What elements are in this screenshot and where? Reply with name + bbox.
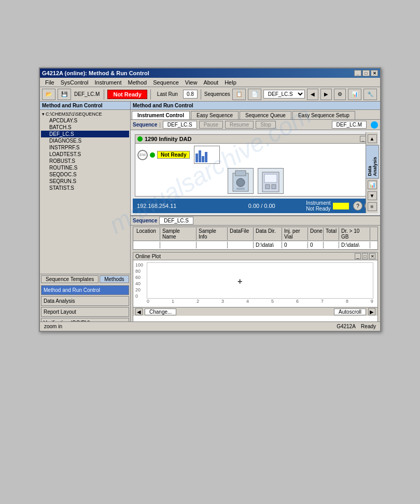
menu-about[interactable]: About [200, 78, 221, 87]
menu-file[interactable]: File [42, 78, 58, 87]
toolbar-icon-1[interactable]: 📂 [42, 89, 55, 100]
tree-item-apcdlay[interactable]: APCDLAY.S [41, 117, 129, 124]
sequences-nav-1[interactable]: ◀ [307, 89, 318, 100]
instrument-name: 1290 Infinity DAD [145, 136, 191, 142]
plot-maximize[interactable]: □ [362, 253, 368, 259]
sequences-dropdown[interactable]: DEF_LC.S [263, 90, 305, 99]
sequences-icon-3[interactable]: ⚙ [334, 89, 346, 100]
status-right-label: G4212A [337, 324, 355, 329]
instrument-card-body: EM Not Ready [135, 144, 375, 166]
svg-rect-7 [272, 185, 276, 189]
plot-scroll-left[interactable]: ◀ [135, 308, 143, 315]
sequence-section: Sequence DEF_LC.S Location Sample Name S… [131, 216, 380, 251]
nav-data-analysis[interactable]: Data Analysis [41, 296, 129, 306]
status-indicator [371, 121, 378, 129]
plot-autoscroll-button[interactable]: Autoscroll [334, 309, 366, 315]
plot-minimize[interactable]: _ [355, 253, 361, 259]
y-label-60: 60 [135, 275, 146, 280]
tree-root-label: C:\CHEM32\1\SEQUENCE [46, 111, 102, 117]
em-circle: EM [137, 150, 148, 160]
menu-method[interactable]: Method [125, 78, 150, 87]
tab-sequence-queue[interactable]: Sequence Queue [240, 111, 291, 119]
last-run-label: Last Run [154, 90, 181, 98]
tree-item-seqrun[interactable]: SEQRUN.S [41, 178, 129, 185]
online-plot: Online Plot _ □ ✕ 100 80 60 40 [133, 252, 378, 329]
mini-chart [194, 146, 220, 164]
x-label-7: 7 [321, 299, 324, 304]
menu-bar: File SysControl Instrument Method Sequen… [40, 78, 380, 87]
help-icon-button[interactable]: ? [353, 201, 362, 211]
menu-instrument[interactable]: Instrument [92, 78, 125, 87]
left-panel: Method and Run Control ▾ C:\CHEM32\1\SEQ… [40, 102, 131, 330]
tree-item-batch[interactable]: BATCH.S [41, 124, 129, 131]
seq-stop-button[interactable]: Stop [256, 121, 276, 129]
seq-section-file[interactable]: DEF_LC.S [159, 217, 193, 225]
col-total: Total [324, 228, 339, 240]
sequences-icon-4[interactable]: 📊 [348, 89, 361, 100]
instrument-control-area: 1290 Infinity DAD _ ✕ EM [131, 130, 380, 216]
maximize-button[interactable]: □ [362, 70, 370, 76]
da-down-button[interactable]: ▼ [368, 191, 377, 200]
y-label-20: 20 [135, 287, 146, 292]
sequence-toolbar-label: Sequence [133, 122, 157, 128]
sequence-file-tab[interactable]: DEF_LC.S [163, 121, 197, 129]
tree-item-diagnose[interactable]: DIAGNOSE.S [41, 137, 129, 144]
table-row[interactable]: D:\data\ 0 0 D:\data\ [133, 241, 377, 249]
menu-sequence[interactable]: Sequence [150, 78, 182, 87]
cell-sample-info [197, 242, 228, 248]
menu-syscontrol[interactable]: SysControl [58, 78, 92, 87]
x-label-2: 2 [197, 299, 199, 304]
x-label-5: 5 [271, 299, 274, 304]
plot-canvas: 100 80 60 40 20 0 + [135, 262, 375, 304]
tab-easy-sequence-setup[interactable]: Easy Sequence Setup [292, 111, 355, 119]
cell-data-dir: D:\data\ [254, 242, 282, 248]
online-plot-label: Online Plot [135, 254, 161, 259]
tree-item-statist[interactable]: STATIST.S [41, 185, 129, 191]
plot-bottom-bar: ◀ Change... Autoscroll ▶ [133, 307, 377, 316]
sequences-icon-1[interactable]: 📋 [232, 89, 246, 100]
minimize-button[interactable]: _ [354, 70, 361, 76]
da-up-button[interactable]: ▲ [368, 134, 377, 143]
da-menu-button[interactable]: ≡ [368, 202, 377, 211]
nav-report-layout[interactable]: Report Layout [41, 307, 129, 317]
menu-view[interactable]: View [182, 78, 201, 87]
tree-item-robust[interactable]: ROBUST.S [41, 158, 129, 164]
data-analysis-panel: ▲ Data Analysis 📊 ▼ ≡ [366, 132, 378, 213]
def-lc-m-tab[interactable]: DEF_LC.M [332, 121, 367, 129]
nav-method-run-control[interactable]: Method and Run Control [41, 285, 129, 295]
method-label: DEF_LC.M [73, 91, 101, 97]
tree-item-deflc[interactable]: DEF_LC.S [41, 131, 129, 137]
tree-item-routine[interactable]: ROUTINE.S [41, 164, 129, 171]
y-axis-labels: 100 80 60 40 20 0 [135, 262, 146, 299]
col-done: Done [308, 228, 324, 240]
sequences-icon-2[interactable]: 📄 [248, 89, 261, 100]
cell-done: 0 [308, 242, 324, 248]
menu-help[interactable]: Help [221, 78, 240, 87]
close-button[interactable]: ✕ [371, 70, 378, 76]
tab-easy-sequence[interactable]: Easy Sequence [191, 111, 239, 119]
tab-instrument-control[interactable]: Instrument Control [132, 111, 190, 119]
tree-item-loadtest[interactable]: LOADTEST.S [41, 151, 129, 158]
not-ready-button[interactable]: Not Ready [107, 90, 147, 99]
plot-background: + [147, 262, 373, 299]
sequences-icon-5[interactable]: 🔧 [363, 89, 377, 100]
plot-scroll-right[interactable]: ▶ [368, 308, 375, 315]
tree-item-instrprf[interactable]: INSTRPRF.S [41, 144, 129, 151]
svg-point-2 [236, 178, 245, 187]
instrument-card-title: 1290 Infinity DAD [137, 136, 191, 142]
seq-pause-button[interactable]: Pause [199, 121, 223, 129]
instrument-card-header: 1290 Infinity DAD _ ✕ [135, 135, 375, 144]
instrument-card: 1290 Infinity DAD _ ✕ EM [135, 134, 376, 197]
tab-sequence-templates[interactable]: Sequence Templates [41, 275, 99, 283]
toolbar-icon-2[interactable]: 💾 [58, 89, 71, 100]
tree-root[interactable]: ▾ C:\CHEM32\1\SEQUENCE [41, 111, 129, 117]
svg-rect-5 [264, 174, 277, 183]
seq-resume-button[interactable]: Resume [225, 121, 254, 129]
plot-close[interactable]: ✕ [369, 253, 375, 259]
da-chart-button[interactable]: 📊 [368, 180, 377, 189]
tree-item-seqdoc[interactable]: SEQDOC.S [41, 171, 129, 178]
tree-expand-icon: ▾ [42, 111, 45, 117]
sequences-nav-2[interactable]: ▶ [320, 89, 332, 100]
tab-methods[interactable]: Methods [100, 275, 129, 283]
plot-change-button[interactable]: Change... [145, 309, 176, 315]
